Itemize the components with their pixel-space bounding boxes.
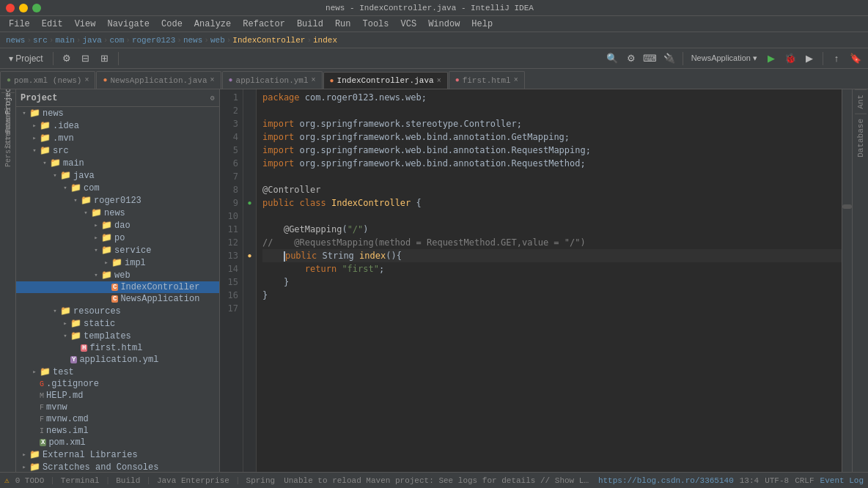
toolbar-settings[interactable]: ⚙ [59, 51, 75, 67]
tree-item-applicationyml[interactable]: Yapplication.yml [16, 354, 219, 366]
tree-item-mvnw[interactable]: Fmvnw [16, 402, 219, 413]
status-todo[interactable]: 0 TODO [15, 476, 45, 485]
tree-item-resources[interactable]: ▾📁resources [16, 305, 219, 317]
vcs-button[interactable]: ↑ [828, 51, 845, 67]
scroll-thumb[interactable] [842, 204, 852, 209]
menu-item-code[interactable]: Code [155, 18, 188, 31]
tree-item-test[interactable]: ▸📁test [16, 366, 219, 378]
editor-scrollbar[interactable] [842, 89, 852, 472]
tree-item-mvnwcmd[interactable]: Fmvnw.cmd [16, 413, 219, 425]
nav-web[interactable]: web [210, 36, 225, 45]
tree-item-mvn[interactable]: ▸📁.mvn [16, 132, 219, 144]
toolbar-settings2[interactable]: ⚙ [623, 51, 639, 67]
tab-close-btn[interactable]: × [84, 76, 89, 84]
tree-item-news[interactable]: ▾📁news [16, 107, 219, 119]
tree-item-news[interactable]: ▾📁news [16, 207, 219, 219]
tree-item-label: application.yml [79, 355, 158, 365]
tab-close-btn[interactable]: × [437, 77, 441, 85]
status-url[interactable]: https://blog.csdn.ro/3365140 [598, 476, 734, 485]
project-selector[interactable]: ▾ Project [4, 52, 48, 65]
code-line-15: } [262, 276, 842, 289]
nav-indexcontroller[interactable]: IndexController [232, 36, 305, 45]
tree-item-static[interactable]: ▸📁static [16, 317, 219, 330]
tree-item-main[interactable]: ▾📁main [16, 157, 219, 169]
status-build[interactable]: Build [116, 476, 140, 485]
menu-item-analyze[interactable]: Analyze [188, 18, 237, 31]
menu-item-view[interactable]: View [69, 18, 102, 31]
close-btn[interactable] [6, 4, 15, 12]
tree-item-scratchesandconsoles[interactable]: ▸📁Scratches and Consoles [16, 461, 219, 472]
tree-item-templates[interactable]: ▾📁templates [16, 330, 219, 342]
max-btn[interactable] [32, 4, 41, 12]
nav-index[interactable]: index [313, 36, 337, 45]
status-terminal[interactable]: Terminal [61, 476, 100, 485]
menu-item-help[interactable]: Help [466, 18, 499, 31]
persistence-icon[interactable]: Persistence [1, 136, 15, 149]
tree-item-roger0123[interactable]: ▾📁roger0123 [16, 194, 219, 207]
nav-news2[interactable]: news [183, 36, 202, 45]
nav-java[interactable]: java [82, 36, 101, 45]
menu-item-refactor[interactable]: Refactor [237, 18, 291, 31]
tab-indexcontrollerjava[interactable]: ●IndexController.java× [323, 72, 448, 89]
nav-com[interactable]: com [109, 36, 124, 45]
database-panel-tab[interactable]: Database [855, 114, 867, 162]
bookmark-button[interactable]: 🔖 [847, 51, 864, 67]
status-crlf[interactable]: CRLF [795, 476, 814, 485]
toolbar-plugins[interactable]: 🔌 [661, 51, 677, 67]
nav-main[interactable]: main [55, 36, 74, 45]
tab-newsapplicationjava[interactable]: ●NewsApplication.java× [96, 71, 221, 89]
tree-item-externallibraries[interactable]: ▸📁External Libraries [16, 448, 219, 461]
status-position[interactable]: 13:4 [740, 476, 759, 485]
nav-roger[interactable]: roger0123 [132, 36, 175, 45]
tree-item-label: src [53, 146, 69, 156]
status-java-enterprise[interactable]: Java Enterprise [157, 476, 229, 485]
panel-gear[interactable]: ⚙ [210, 94, 215, 103]
tree-item-pomxml[interactable]: Xpom.xml [16, 437, 219, 448]
tree-item-newsapplication[interactable]: CNewsApplication [16, 293, 219, 305]
tree-item-java[interactable]: ▾📁java [16, 169, 219, 182]
coverage-button[interactable]: ▶ [801, 51, 817, 67]
tab-close-btn[interactable]: × [210, 76, 215, 84]
nav-src[interactable]: src [33, 36, 48, 45]
ant-panel-tab[interactable]: Ant [855, 89, 867, 114]
tree-item-gitignore[interactable]: G.gitignore [16, 378, 219, 390]
menu-item-navigate[interactable]: Navigate [101, 18, 155, 31]
tree-item-po[interactable]: ▸📁po [16, 232, 219, 244]
menu-item-edit[interactable]: Edit [36, 18, 69, 31]
tree-item-service[interactable]: ▾📁service [16, 244, 219, 256]
tree-item-dao[interactable]: ▸📁dao [16, 219, 219, 232]
tab-pomxmlnews[interactable]: ●pom.xml (news)× [0, 71, 95, 89]
tree-item-firsthtml[interactable]: Hfirst.html [16, 342, 219, 354]
toolbar-expand[interactable]: ⊞ [97, 51, 113, 67]
tree-item-impl[interactable]: ▸📁impl [16, 256, 219, 269]
tree-item-src[interactable]: ▾📁src [16, 144, 219, 157]
tab-close-btn[interactable]: × [514, 76, 518, 84]
tree-item-helpmd[interactable]: MHELP.md [16, 390, 219, 402]
tree-item-web[interactable]: ▾📁web [16, 269, 219, 281]
tab-firsthtml[interactable]: ●first.html× [449, 71, 525, 89]
toolbar-search-everywhere[interactable]: 🔍 [604, 51, 620, 67]
tree-item-indexcontroller[interactable]: CIndexController [16, 281, 219, 293]
tree-item-com[interactable]: ▾📁com [16, 182, 219, 194]
tree-item-newsiml[interactable]: Inews.iml [16, 425, 219, 437]
toolbar-layout[interactable]: ⊟ [78, 51, 94, 67]
toolbar-keymap[interactable]: ⌨ [642, 51, 658, 67]
menu-item-vcs[interactable]: VCS [395, 18, 423, 31]
run-button[interactable]: ▶ [763, 51, 779, 67]
debug-button[interactable]: 🐞 [782, 51, 798, 67]
code-editor[interactable]: package com.roger0123.news.web;import or… [257, 89, 842, 472]
tree-item-idea[interactable]: ▸📁.idea [16, 119, 219, 132]
menu-item-window[interactable]: Window [422, 18, 466, 31]
menu-item-tools[interactable]: Tools [357, 18, 395, 31]
tab-close-btn[interactable]: × [312, 76, 316, 84]
status-spring[interactable]: Spring [246, 476, 276, 485]
menu-item-build[interactable]: Build [291, 18, 329, 31]
min-btn[interactable] [19, 4, 28, 12]
menu-item-file[interactable]: File [3, 18, 36, 31]
status-encoding[interactable]: UTF-8 [765, 476, 789, 485]
menu-item-run[interactable]: Run [329, 18, 357, 31]
tab-applicationyml[interactable]: ●application.yml× [222, 71, 323, 89]
status-event-log[interactable]: Event Log [820, 476, 864, 485]
run-config-selector[interactable]: NewsApplication ▾ [688, 51, 760, 67]
nav-news[interactable]: news [6, 36, 25, 45]
